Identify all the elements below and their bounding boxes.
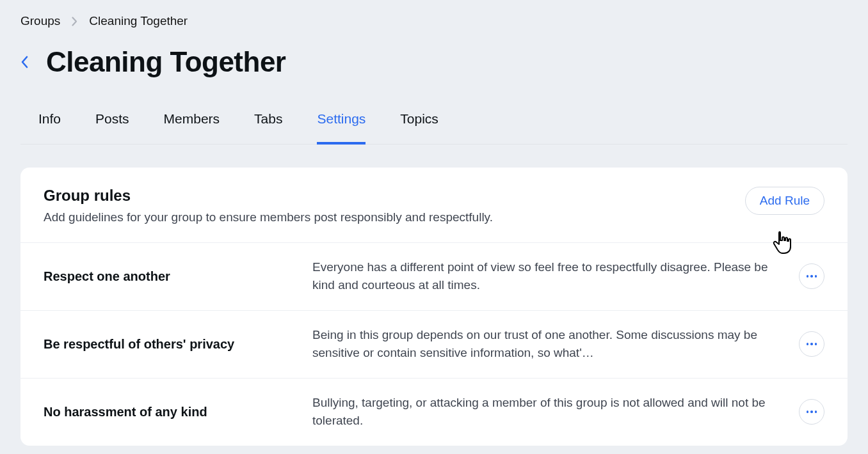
page-title: Cleaning Together: [46, 46, 285, 78]
card-subtitle: Add guidelines for your group to ensure …: [44, 208, 745, 227]
tab-posts[interactable]: Posts: [95, 97, 129, 145]
card-title: Group rules: [44, 187, 745, 205]
breadcrumb-root[interactable]: Groups: [20, 14, 60, 28]
tab-topics[interactable]: Topics: [400, 97, 438, 145]
tab-info[interactable]: Info: [38, 97, 61, 145]
back-chevron-icon[interactable]: [20, 56, 28, 68]
chevron-right-icon: [72, 17, 77, 26]
rule-description: Everyone has a different point of view s…: [312, 258, 786, 295]
rule-title: No harassment of any kind: [44, 405, 300, 419]
rule-description: Being in this group depends on our trust…: [312, 326, 786, 363]
breadcrumb: Groups Cleaning Together: [0, 0, 868, 35]
breadcrumb-current: Cleaning Together: [89, 14, 188, 28]
rule-row: Respect one another Everyone has a diffe…: [20, 242, 848, 310]
add-rule-button[interactable]: Add Rule: [745, 187, 824, 215]
rule-row: No harassment of any kind Bullying, targ…: [20, 378, 848, 446]
tab-settings[interactable]: Settings: [317, 97, 366, 145]
tab-members[interactable]: Members: [164, 97, 220, 145]
tab-tabs[interactable]: Tabs: [254, 97, 282, 145]
rule-more-button[interactable]: [799, 331, 824, 357]
rule-title: Respect one another: [44, 269, 300, 284]
rule-title: Be respectful of others' privacy: [44, 337, 300, 352]
more-icon: [807, 411, 817, 413]
rule-description: Bullying, targeting, or attacking a memb…: [312, 394, 786, 430]
rule-row: Be respectful of others' privacy Being i…: [20, 310, 848, 378]
rule-more-button[interactable]: [799, 399, 824, 425]
card-header: Group rules Add guidelines for your grou…: [20, 168, 848, 242]
group-rules-card: Group rules Add guidelines for your grou…: [20, 168, 848, 446]
more-icon: [807, 343, 817, 345]
tabs: Info Posts Members Tabs Settings Topics: [20, 97, 848, 145]
rule-more-button[interactable]: [799, 263, 824, 289]
more-icon: [807, 275, 817, 278]
title-row: Cleaning Together: [0, 35, 868, 97]
